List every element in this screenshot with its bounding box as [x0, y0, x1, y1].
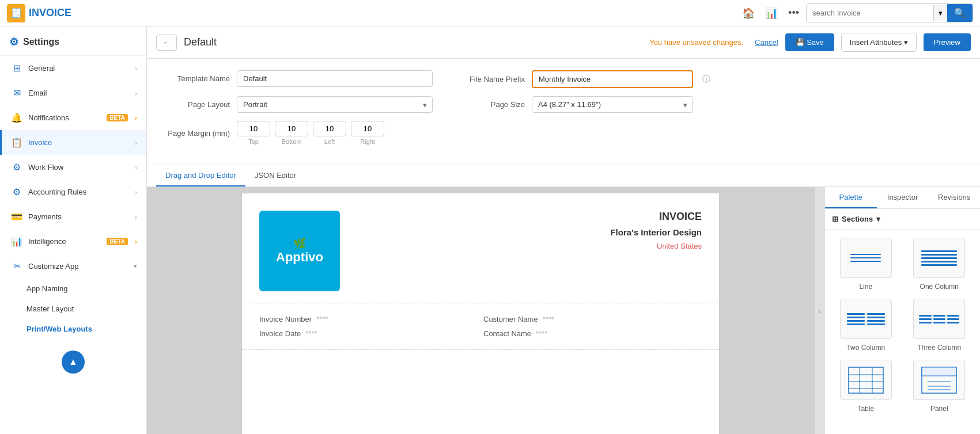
two-col-l3: [847, 320, 865, 322]
three-col-2: [933, 315, 945, 323]
home-button[interactable]: 🏠: [740, 5, 757, 22]
canvas-wrap[interactable]: 🌿 Apptivo INVOICE Flora's Interior Desig…: [147, 187, 814, 434]
sidebar-header: ⚙ Settings: [0, 26, 146, 56]
section-item-line[interactable]: Line: [833, 238, 899, 291]
margin-right-input[interactable]: [351, 121, 384, 136]
sub-item-app-naming[interactable]: App Naming: [0, 279, 146, 299]
sidebar-item-customize[interactable]: ✂ Customize App ▾: [0, 254, 146, 279]
palette-panel: Palette Inspector Revisions ⊞ Sections ▾: [824, 187, 980, 434]
page-layout-select[interactable]: Portrait: [237, 96, 433, 113]
sidebar-item-label-customize: Customize App: [28, 262, 128, 271]
two-col-l1: [847, 313, 865, 315]
insert-attributes-button[interactable]: Insert Attributes ▾: [841, 33, 917, 52]
settings-icon: ⚙: [9, 36, 18, 48]
page-header: ← Default You have unsaved changes. Canc…: [147, 26, 980, 59]
section-item-table[interactable]: Table: [833, 360, 899, 413]
two-col-l2: [847, 317, 865, 318]
sidebar-item-accounting[interactable]: ⚙ Accounting Rules ›: [0, 180, 146, 204]
notifications-beta-arrow: ›: [135, 113, 137, 122]
tab-drag-drop[interactable]: Drag and Drop Editor: [156, 165, 245, 186]
form-row-3: Page Margin (mm) Top Bottom Left: [161, 121, 966, 145]
sections-header[interactable]: ⊞ Sections ▾: [825, 209, 980, 230]
tab-inspector[interactable]: Inspector: [877, 187, 929, 208]
palette-tabs: Palette Inspector Revisions: [825, 187, 980, 209]
sidebar-item-label-payments: Payments: [28, 212, 129, 221]
sidebar: ⚙ Settings ⊞ General › ✉ Email › 🔔 Notif…: [0, 26, 147, 434]
invoice-field-number: Invoice Number ****: [259, 315, 478, 323]
save-button[interactable]: 💾 Save: [785, 33, 834, 51]
general-icon: ⊞: [11, 63, 22, 74]
back-button[interactable]: ←: [156, 35, 177, 51]
invoice-field-date: Invoice Date ****: [259, 329, 478, 338]
chart-button[interactable]: 📊: [763, 5, 780, 22]
sub-item-print-web-layouts[interactable]: Print/Web Layouts: [0, 319, 146, 339]
accounting-icon: ⚙: [11, 186, 22, 197]
workflow-arrow-icon: ›: [135, 164, 137, 171]
section-item-two-column[interactable]: Two Column: [833, 299, 899, 352]
invoice-country: United States: [610, 242, 702, 250]
form-row-2: Page Layout Portrait ▾ Page Size A4 (8.2…: [161, 96, 966, 113]
sections-grid: Line One Colu: [825, 230, 980, 421]
email-arrow-icon: ›: [135, 90, 137, 97]
tab-palette[interactable]: Palette: [825, 187, 877, 208]
section-item-panel[interactable]: Panel: [907, 360, 973, 413]
two-col-r3: [867, 320, 885, 322]
invoice-date-label: Invoice Date: [259, 329, 301, 338]
section-item-one-column[interactable]: One Column: [907, 238, 973, 291]
template-name-label: Template Name: [161, 74, 230, 83]
section-item-three-column[interactable]: Three Column: [907, 299, 973, 352]
page-layout-select-wrap: Portrait ▾: [237, 96, 433, 113]
margin-inputs: Top Bottom Left Right: [237, 121, 384, 145]
canvas-content: 🌿 Apptivo INVOICE Flora's Interior Desig…: [147, 187, 814, 434]
three-c1-l3: [919, 322, 931, 323]
two-col-l4: [847, 323, 865, 325]
sidebar-item-notifications[interactable]: 🔔 Notifications BETA ›: [0, 105, 146, 130]
scroll-up-button[interactable]: ▲: [62, 351, 85, 374]
info-icon[interactable]: ⓘ: [702, 74, 710, 85]
invoice-field-customer: Customer Name ****: [483, 315, 702, 323]
sub-item-master-layout[interactable]: Master Layout: [0, 299, 146, 319]
page-size-label: Page Size: [456, 100, 525, 109]
template-name-input[interactable]: [237, 70, 433, 87]
invoice-company-name: Flora's Interior Design: [610, 227, 702, 237]
editor-tabs: Drag and Drop Editor JSON Editor: [147, 165, 980, 187]
search-input[interactable]: [807, 5, 933, 21]
sidebar-item-payments[interactable]: 💳 Payments ›: [0, 204, 146, 229]
invoice-page: 🌿 Apptivo INVOICE Flora's Interior Desig…: [241, 193, 720, 434]
three-c1-l2: [919, 318, 931, 320]
notifications-beta-badge: BETA: [107, 114, 127, 121]
margin-top-input[interactable]: [237, 121, 270, 136]
three-c2-l1: [933, 315, 945, 317]
line-icon-3: [850, 261, 881, 262]
sidebar-item-email[interactable]: ✉ Email ›: [0, 81, 146, 105]
invoice-arrow-icon: ›: [135, 139, 137, 146]
main-content: ← Default You have unsaved changes. Canc…: [147, 26, 980, 434]
sidebar-item-workflow[interactable]: ⚙ Work Flow ›: [0, 155, 146, 180]
one-col-line2: [921, 254, 957, 256]
search-go-button[interactable]: 🔍: [947, 4, 973, 22]
collapse-handle[interactable]: ‹: [814, 187, 824, 434]
file-prefix-field: File Name Prefix ⓘ: [456, 70, 710, 88]
sidebar-item-label-general: General: [28, 64, 129, 73]
invoice-date-value: ****: [305, 329, 317, 338]
tab-revisions[interactable]: Revisions: [928, 187, 980, 208]
customer-name-label: Customer Name: [483, 315, 538, 323]
tab-json[interactable]: JSON Editor: [245, 165, 305, 186]
search-dropdown-button[interactable]: ▾: [933, 5, 947, 21]
sidebar-item-general[interactable]: ⊞ General ›: [0, 56, 146, 81]
section-label-panel: Panel: [930, 405, 948, 413]
section-thumb-three-column: [913, 299, 965, 339]
more-button[interactable]: •••: [786, 5, 801, 21]
logo-icon: 🧾: [7, 4, 25, 22]
sidebar-item-intelligence[interactable]: 📊 Intelligence BETA ›: [0, 229, 146, 254]
payments-icon: 💳: [11, 211, 22, 222]
margin-bottom-input[interactable]: [275, 121, 308, 136]
file-prefix-input[interactable]: [532, 70, 693, 88]
line-icon: [850, 254, 881, 255]
preview-button[interactable]: Preview: [924, 33, 971, 51]
sidebar-item-invoice[interactable]: 📋 Invoice ›: [0, 130, 146, 155]
page-size-select[interactable]: A4 (8.27" x 11.69"): [532, 96, 693, 113]
cancel-link[interactable]: Cancel: [755, 38, 778, 47]
sidebar-item-label-invoice: Invoice: [28, 138, 129, 147]
margin-left-input[interactable]: [313, 121, 346, 136]
